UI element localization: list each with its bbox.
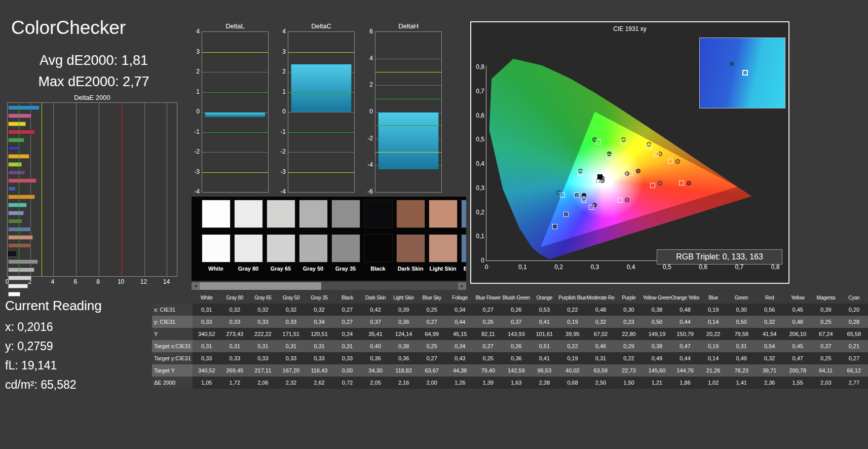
bar-row — [8, 130, 176, 137]
value-cell: 340,52 — [193, 328, 221, 340]
value-cell: 2,50 — [587, 377, 615, 389]
column-header: Orange — [531, 292, 559, 304]
value-cell: 1,41 — [727, 377, 756, 389]
target-point-orange — [668, 159, 673, 164]
value-cell: 144,76 — [671, 364, 699, 377]
reference-line — [288, 52, 354, 53]
value-cell: 273,43 — [221, 328, 249, 340]
value-cell: 0,68 — [558, 377, 587, 389]
value-cell: 67,02 — [587, 328, 615, 340]
column-header: Blue Sky — [418, 292, 446, 304]
axis-tick-label: 1 — [186, 88, 200, 95]
deltae-bar-gray-35 — [8, 259, 38, 264]
value-cell: 0,24 — [333, 328, 362, 340]
reference-line — [375, 72, 441, 72]
axis-tick-label: -4 — [360, 161, 373, 168]
target-point-moderate-red — [650, 183, 655, 188]
axis-tick-label: 0 — [273, 108, 286, 115]
column-header: Purplish Blue — [558, 292, 587, 304]
bar-row — [8, 146, 176, 153]
value-cell: 0,27 — [474, 340, 502, 352]
bar-row — [8, 105, 176, 113]
patch-label: Gray 65 — [265, 266, 297, 272]
value-cell: 0,22 — [558, 340, 587, 352]
axis-tick-label: -4 — [273, 188, 286, 195]
value-cell: 0,44 — [446, 316, 474, 328]
reference-line — [42, 103, 42, 276]
table-header-row: WhiteGray 80Gray 65Gray 50Gray 35BlackDa… — [152, 292, 868, 304]
value-cell: 0,22 — [558, 304, 587, 316]
value-cell: 79,58 — [727, 328, 756, 340]
target-swatch-row — [202, 234, 466, 263]
target-point-green — [596, 139, 601, 144]
target-point-magenta — [618, 198, 623, 203]
bar-row — [8, 138, 176, 145]
value-cell: 0,33 — [277, 352, 306, 364]
value-cell: 0,72 — [333, 377, 362, 389]
bar-row — [8, 251, 176, 258]
column-header: Red — [756, 292, 784, 304]
value-cell: 1,02 — [699, 377, 728, 389]
value-cell: 40,02 — [558, 364, 587, 377]
reading-cdm2: cd/m²: 65,582 — [5, 375, 77, 394]
reference-line — [288, 92, 354, 93]
value-cell: 149,19 — [643, 328, 671, 340]
axis-tick-label: 0,7 — [471, 88, 484, 95]
value-cell: 0,33 — [221, 352, 249, 364]
value-cell: 0,37 — [361, 316, 390, 328]
scroll-right-button[interactable]: ► — [458, 282, 466, 290]
table-row: Y340,52273,43222,22171,51120,510,2435,41… — [152, 328, 868, 340]
axis-tick-label: -1 — [186, 128, 200, 135]
value-cell: 0,39 — [390, 304, 418, 316]
axis-tick-label: 0,8 — [768, 264, 782, 271]
axis-tick-label: 0 — [479, 264, 494, 271]
delta-bar — [205, 112, 266, 117]
column-header: Purple — [615, 292, 643, 304]
value-cell: 0,19 — [699, 340, 728, 352]
value-cell: 0,37 — [812, 340, 840, 352]
axis-tick-label: 0 — [186, 108, 200, 115]
value-cell: 0,00 — [333, 364, 362, 377]
axis-tick-label: 1 — [273, 88, 286, 95]
deltae-bar-chart — [7, 102, 177, 277]
bar-row — [8, 227, 176, 234]
deltae-bar-magenta — [8, 114, 31, 118]
bar-row — [8, 195, 176, 202]
column-header: Green — [727, 292, 756, 304]
column-header: Cyan — [840, 292, 868, 304]
value-cell: 0,27 — [840, 352, 868, 364]
patch-actual-gray-50 — [299, 200, 328, 228]
value-cell: 0,48 — [587, 304, 615, 316]
patch-scrollbar[interactable]: ◄ ► — [192, 282, 466, 290]
gridline — [288, 152, 354, 153]
patch-actual-blue-sky — [461, 200, 466, 228]
patch-actual-gray-80 — [234, 200, 263, 228]
scroll-left-button[interactable]: ◄ — [192, 282, 200, 290]
row-label: y: CIE31 — [152, 316, 193, 328]
colorchecker-app: ColorChecker Avg dE2000: 1,81 Max dE2000… — [0, 0, 868, 449]
value-cell: 0,44 — [671, 352, 699, 364]
reference-line — [122, 103, 122, 276]
bar-row — [8, 178, 176, 185]
value-cell: 0,22 — [615, 352, 643, 364]
value-cell: 2,38 — [531, 377, 559, 389]
bar-row — [8, 162, 176, 169]
value-cell: 0,45 — [783, 340, 812, 352]
value-cell: 0,25 — [812, 352, 840, 364]
value-cell: 41,54 — [756, 328, 784, 340]
value-cell: 0,49 — [643, 352, 671, 364]
scrollbar-thumb[interactable] — [200, 282, 321, 290]
value-cell: 0,19 — [699, 304, 728, 316]
deltae-bar-white — [8, 292, 20, 296]
value-cell: 2,32 — [277, 377, 306, 389]
gridline — [288, 112, 354, 113]
inset-measured-dot — [730, 62, 734, 66]
value-cell: 0,31 — [221, 340, 249, 352]
value-cell: 120,51 — [305, 328, 333, 340]
value-cell: 1,63 — [502, 377, 531, 389]
value-cell: 0,46 — [587, 340, 615, 352]
target-point-light-skin — [621, 171, 626, 176]
axis-tick-label: 4 — [186, 28, 200, 35]
axis-tick-label: 4 — [360, 55, 373, 62]
value-cell: 79,40 — [474, 364, 502, 377]
